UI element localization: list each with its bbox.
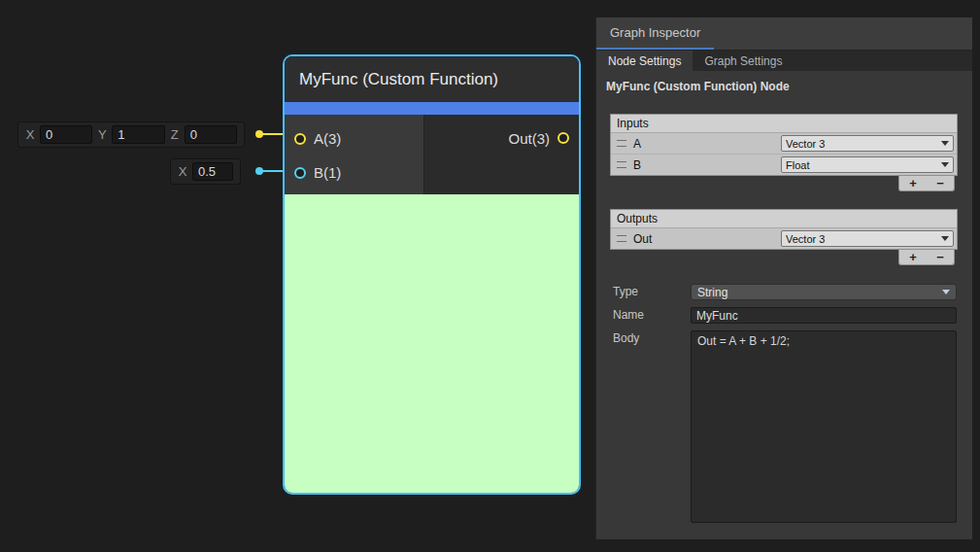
input-b-type-dropdown[interactable]: Float [781,156,954,173]
port-row-out: Out(3) [508,121,569,155]
tab-node-settings[interactable]: Node Settings [596,51,693,71]
input-row-a[interactable]: A Vector 3 [611,133,957,154]
inputs-header: Inputs [611,115,957,133]
remove-input-button[interactable]: − [936,177,944,190]
node-accent-bar [285,102,579,115]
chevron-down-icon [941,236,949,241]
float-inline-input: X 0.5 [170,158,241,185]
input-row-b[interactable]: B Float [611,154,957,175]
port-a-icon[interactable] [294,133,306,145]
port-row-b: B(1) [285,155,423,190]
port-b-icon[interactable] [294,167,306,179]
type-value: String [697,286,727,299]
remove-output-button[interactable]: − [936,251,944,263]
inspector-title-tab[interactable]: Graph Inspector [596,17,714,50]
drag-handle-icon[interactable] [617,140,626,147]
vector3-inline-input: X 0 Y 1 Z 0 [17,121,245,148]
node-myfunc[interactable]: MyFunc (Custom Function) A(3) B(1) Out(3… [283,54,581,495]
port-out-icon[interactable] [558,132,569,144]
output-row-out[interactable]: Out Vector 3 [611,228,957,249]
name-input[interactable] [691,307,957,324]
port-b-label: B(1) [314,164,341,181]
inspector-tab-bar: Node Settings Graph Settings [596,51,972,71]
graph-inspector-panel: Graph Inspector Node Settings Graph Sett… [595,17,972,539]
outputs-list-footer: + − [898,250,955,265]
input-a-type-value: Vector 3 [786,138,825,150]
inspector-titlebar: Graph Inspector [596,17,972,51]
drag-handle-icon[interactable] [617,235,626,242]
outputs-header: Outputs [611,210,957,228]
input-b-type-value: Float [786,159,809,171]
name-field-row: Name [596,307,972,325]
name-label: Name [613,307,644,324]
inputs-list-box: Inputs A Vector 3 B Float [610,114,958,176]
chevron-down-icon [941,141,949,146]
vector3-x-field[interactable]: 0 [40,125,92,144]
tab-graph-settings[interactable]: Graph Settings [693,51,794,71]
port-row-a: A(3) [285,121,423,155]
outputs-list-box: Outputs Out Vector 3 [610,209,958,250]
type-field-row: Type String [596,284,972,301]
shader-graph-canvas[interactable]: X 0 Y 1 Z 0 X 0.5 MyFunc (Custom Functio… [0,0,980,552]
output-out-type-dropdown[interactable]: Vector 3 [781,230,954,247]
add-input-button[interactable]: + [909,177,917,190]
input-a-type-dropdown[interactable]: Vector 3 [781,135,954,152]
node-title: MyFunc (Custom Function) [285,56,579,102]
axis-label-x[interactable]: X [178,164,187,179]
outputs-list: Outputs Out Vector 3 + − [610,209,958,265]
body-field-row: Body Out = A + B + 1/2; [596,330,972,525]
port-a-label: A(3) [314,130,341,147]
node-ports-section: A(3) B(1) Out(3) [285,115,579,194]
axis-label-x[interactable]: X [25,127,35,142]
inspector-heading: MyFunc (Custom Function) Node [606,80,790,93]
axis-label-z[interactable]: Z [170,127,180,142]
inputs-list-footer: + − [898,176,955,191]
drag-handle-icon[interactable] [617,161,626,168]
add-output-button[interactable]: + [909,251,917,263]
inputs-list: Inputs A Vector 3 B Float [610,114,958,191]
vector3-y-field[interactable]: 1 [112,125,164,144]
type-label: Type [613,284,638,300]
port-out-label: Out(3) [508,130,550,147]
input-ports-panel: A(3) B(1) [285,115,424,194]
output-out-type-value: Vector 3 [786,233,825,245]
input-a-name: A [633,137,641,151]
vector3-z-field[interactable]: 0 [185,125,237,144]
chevron-down-icon [941,162,949,167]
type-dropdown[interactable]: String [691,284,957,300]
chevron-down-icon [942,290,950,294]
axis-label-y[interactable]: Y [97,127,107,142]
body-textarea[interactable]: Out = A + B + 1/2; [691,330,957,523]
output-out-name: Out [633,232,652,246]
input-b-name: B [633,158,641,172]
node-preview [285,194,579,493]
float-x-field[interactable]: 0.5 [192,162,233,181]
body-label: Body [613,330,639,347]
